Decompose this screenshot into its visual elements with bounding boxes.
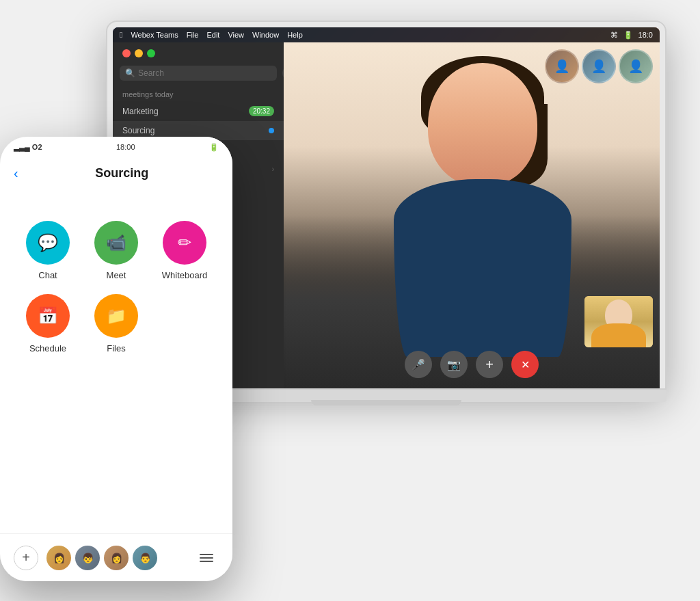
schedule-icon: 📅 [38,306,58,325]
call-controls: 🎤 📷 + ✕ [405,351,539,378]
end-call-button[interactable]: ✕ [511,351,539,378]
schedule-circle: 📅 [26,294,70,338]
avatar-1: 👩 [46,546,71,570]
person-head [428,63,537,186]
menu-line-2 [200,557,213,559]
phone-screen: ‹ Sourcing 💬 Chat 📹 Meet [0,157,232,581]
thumbnail-participant-3: 👤 [619,49,653,83]
files-circle: 📁 [94,294,138,338]
schedule-label: Schedule [29,343,66,353]
files-icon: 📁 [106,306,126,325]
chat-label: Chat [38,270,57,280]
action-whiteboard[interactable]: ✏ Whiteboard [157,221,212,280]
actions-grid: 💬 Chat 📹 Meet ✏ Whiteboard [0,187,232,367]
wifi-icon: ⌘ [610,31,618,40]
avatar-2: 👦 [75,546,100,570]
menu-window[interactable]: Window [252,31,279,39]
thumbnail-participant-2: 👤 [582,49,616,83]
sidebar-badge-marketing: 20:32 [249,106,274,116]
sidebar-item-name-sourcing: Sourcing [122,126,269,135]
phone-bottom-bar: + 👩 👦 👩 👨 [0,533,232,581]
menu-appname[interactable]: Webex Teams [131,31,178,39]
add-icon: + [485,357,494,373]
chat-icon: 💬 [38,233,58,252]
whiteboard-icon: ✏ [178,233,191,252]
menu-help[interactable]: Help [287,31,303,39]
menu-view[interactable]: View [228,31,244,39]
chat-circle: 💬 [26,221,70,265]
sidebar-item-name-marketing: Marketing [122,107,249,116]
thumbnail-participant-1: 👤 [545,49,579,83]
files-label: Files [107,343,125,353]
signal-icon: ▂▃▄ [14,143,32,151]
phone-header: ‹ Sourcing [0,157,232,187]
menu-line-1 [200,554,213,555]
avatar-3: 👩 [104,546,129,570]
phone-body: ▂▃▄ O2 18:00 🔋 ‹ Sourcing 💬 [0,137,232,581]
menu-edit[interactable]: Edit [206,31,219,39]
carrier-signal: ▂▃▄ O2 [14,143,42,152]
add-participant-button[interactable]: + [476,351,503,378]
unread-dot-sourcing [269,128,274,133]
apple-icon:  [120,30,122,40]
back-button[interactable]: ‹ [14,165,18,181]
video-icon: 📷 [447,358,461,371]
person-body [394,179,571,357]
video-person [373,63,592,357]
laptop-stand [311,400,461,405]
add-button[interactable]: + [14,546,38,570]
participant-thumbnails: 👤 👤 👤 [545,49,653,83]
close-button[interactable] [122,49,131,57]
action-files[interactable]: 📁 Files [89,294,144,353]
meet-circle: 📹 [94,221,138,265]
search-bar: 🔍 + [120,66,277,81]
battery-icon: 🔋 [623,31,633,40]
self-body [591,323,646,347]
video-toggle-button[interactable]: 📷 [440,351,468,378]
video-area: 👤 👤 👤 🎤 [284,42,660,388]
search-input[interactable] [138,68,271,78]
menu-line-3 [200,561,213,562]
avatar-row: 👩 👦 👩 👨 [46,546,157,570]
meet-icon: 📹 [106,233,126,252]
whiteboard-label: Whiteboard [162,270,207,280]
sidebar-item-marketing[interactable]: Marketing 20:32 [113,101,284,121]
self-video [584,296,653,347]
action-meet[interactable]: 📹 Meet [89,221,144,280]
minimize-button[interactable] [135,49,143,57]
whiteboard-circle: ✏ [163,221,206,265]
carrier-name: O2 [32,143,42,151]
battery-icon: 🔋 [209,143,219,152]
mac-menubar:  Webex Teams File Edit View Window Help… [113,27,660,42]
status-bar: ▂▃▄ O2 18:00 🔋 [0,137,232,157]
menu-file[interactable]: File [187,31,199,39]
self-video-person [584,296,653,347]
action-schedule[interactable]: 📅 Schedule [21,294,75,353]
battery-status: 🔋 [209,143,219,152]
page-title: Sourcing [25,166,219,181]
traffic-lights [113,42,284,62]
action-chat[interactable]: 💬 Chat [21,221,75,280]
fullscreen-button[interactable] [147,49,155,57]
search-icon: 🔍 [125,68,135,78]
mute-button[interactable]: 🎤 [405,351,432,378]
menu-button[interactable] [194,548,219,567]
menubar-right: ⌘ 🔋 18:0 [610,31,653,40]
sidebar-arrow-giacomo: › [272,165,274,173]
mute-icon: 🎤 [412,358,425,371]
menu-items: Webex Teams File Edit View Window Help [131,31,302,39]
section-label: meetings today [113,85,284,101]
status-time: 18:00 [42,143,209,151]
phone: ▂▃▄ O2 18:00 🔋 ‹ Sourcing 💬 [0,137,232,581]
avatar-4: 👨 [133,546,157,570]
meet-label: Meet [107,270,126,280]
end-icon: ✕ [521,358,530,371]
clock: 18:0 [638,31,653,39]
